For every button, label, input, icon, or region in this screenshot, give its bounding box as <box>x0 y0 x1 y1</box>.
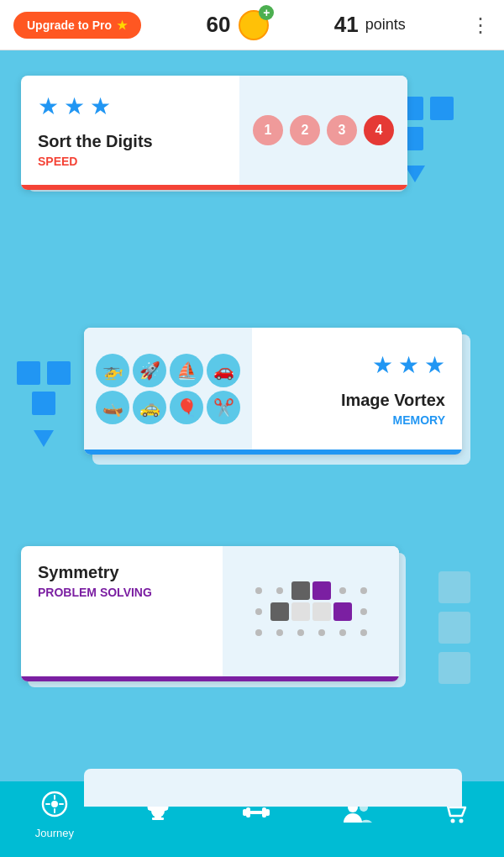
coin-plus[interactable]: + <box>259 5 274 20</box>
menu-icon[interactable]: ⋮ <box>470 13 491 37</box>
trail-sq-l-1 <box>17 361 40 385</box>
coin-count: 60 <box>206 12 230 38</box>
level-3[interactable]: 3 <box>327 115 357 145</box>
sym-dot <box>276 629 283 636</box>
trail-arrow-down-2 <box>29 422 59 452</box>
star-3: ★ <box>90 92 111 120</box>
svg-point-14 <box>459 818 464 823</box>
sym-dot <box>360 629 367 636</box>
svg-rect-5 <box>152 818 164 820</box>
card2-image-vortex[interactable]: 🚁 🚀 ⛵ 🚗 🛶 🚕 🎈 ✂️ ★ ★ ★ <box>84 328 462 455</box>
card1-right: 1 2 3 4 <box>239 76 407 185</box>
sym-dot <box>255 608 262 615</box>
card4-partial <box>84 769 462 807</box>
card1-sort-digits[interactable]: ★ ★ ★ Sort the Digits SPEED 1 2 3 4 <box>21 76 407 190</box>
emoji-4: 🚗 <box>207 354 240 387</box>
sym-gray-dark <box>291 581 310 600</box>
trail-sq-r3-3 <box>438 652 470 684</box>
emoji-6: 🚕 <box>133 391 166 424</box>
emoji-8: ✂️ <box>207 391 240 424</box>
card2-title: Image Vortex <box>341 391 445 410</box>
emoji-5: 🛶 <box>96 391 129 424</box>
trail-sq-r3-1 <box>438 571 470 603</box>
emoji-7: 🎈 <box>170 391 203 424</box>
sym-dot <box>339 587 346 594</box>
card2-stars: ★ ★ ★ <box>372 351 445 379</box>
symmetry-grid <box>249 581 373 642</box>
card3-symmetry[interactable]: Symmetry PROBLEM SOLVING <box>21 546 399 681</box>
upgrade-label: Upgrade to Pro <box>27 18 112 32</box>
card2-star-3: ★ <box>424 351 445 379</box>
coin-icon: + <box>239 10 269 40</box>
card2-star-1: ★ <box>372 351 393 379</box>
sym-gray-dark <box>270 602 289 621</box>
emoji-1: 🚁 <box>96 354 129 387</box>
points-count: 41 <box>334 12 359 38</box>
svg-point-13 <box>451 818 455 823</box>
trail-left-2 <box>17 361 71 452</box>
points-area: 41 points <box>334 12 406 38</box>
trail-sq-l-2 <box>47 361 71 385</box>
card1-stars: ★ ★ ★ <box>38 92 223 120</box>
card1-levels: 1 2 3 4 <box>253 115 394 145</box>
level-4[interactable]: 4 <box>364 115 394 145</box>
star-1: ★ <box>38 92 59 120</box>
svg-marker-0 <box>405 166 425 182</box>
trail-right-3 <box>438 571 470 684</box>
sym-purple <box>333 602 352 621</box>
sym-light <box>312 602 331 621</box>
sym-dot <box>255 629 262 636</box>
card2-progress-bar <box>84 450 462 455</box>
top-bar: Upgrade to Pro ★ 60 + 41 points ⋮ <box>0 0 504 50</box>
level-2[interactable]: 2 <box>290 115 320 145</box>
card2-category: MEMORY <box>393 413 445 427</box>
card3-progress-bar <box>21 676 399 681</box>
card1-progress-bar <box>21 185 407 190</box>
card3-category: PROBLEM SOLVING <box>38 586 206 599</box>
card1-category: SPEED <box>38 155 223 168</box>
main-content: ★ ★ ★ Sort the Digits SPEED 1 2 3 4 <box>0 50 504 807</box>
card2-left: 🚁 🚀 ⛵ 🚗 🛶 🚕 🎈 ✂️ <box>84 328 252 450</box>
card1-title: Sort the Digits <box>38 132 223 151</box>
points-label: points <box>365 16 406 34</box>
card2-wrap: 🚁 🚀 ⛵ 🚗 🛶 🚕 🎈 ✂️ ★ ★ ★ <box>84 328 462 455</box>
svg-point-3 <box>51 801 58 807</box>
upgrade-star: ★ <box>117 18 128 32</box>
card2-star-2: ★ <box>398 351 419 379</box>
card2-right: ★ ★ ★ Image Vortex MEMORY <box>252 328 462 450</box>
sym-dot <box>339 629 346 636</box>
card1-left: ★ ★ ★ Sort the Digits SPEED <box>21 76 239 185</box>
sym-dot <box>297 629 304 636</box>
card3-left: Symmetry PROBLEM SOLVING <box>21 546 223 676</box>
sym-dot <box>276 587 283 594</box>
emoji-2: 🚀 <box>133 354 166 387</box>
emoji-3: ⛵ <box>170 354 203 387</box>
sym-dot <box>360 587 367 594</box>
trail-right-1 <box>400 97 454 187</box>
sym-light <box>291 602 310 621</box>
journey-icon <box>41 791 68 823</box>
svg-marker-1 <box>34 430 54 447</box>
trail-sq-l-3 <box>32 392 55 415</box>
nav-item-journey[interactable]: Journey <box>35 791 74 839</box>
svg-rect-4 <box>155 814 161 818</box>
star-2: ★ <box>64 92 85 120</box>
upgrade-button[interactable]: Upgrade to Pro ★ <box>13 12 141 39</box>
svg-rect-10 <box>249 811 263 814</box>
card3-title: Symmetry <box>38 563 206 582</box>
sym-purple <box>312 581 331 600</box>
sym-dot <box>318 629 325 636</box>
sym-dot <box>360 608 367 615</box>
card3-wrap: Symmetry PROBLEM SOLVING <box>21 546 399 681</box>
level-1[interactable]: 1 <box>253 115 283 145</box>
coin-area: 60 + <box>206 10 269 40</box>
card3-right <box>223 546 399 676</box>
trail-square-2 <box>430 97 454 120</box>
emoji-grid: 🚁 🚀 ⛵ 🚗 🛶 🚕 🎈 ✂️ <box>96 354 240 424</box>
sym-dot <box>255 587 262 594</box>
journey-label: Journey <box>35 827 74 839</box>
trail-sq-r3-2 <box>438 612 470 644</box>
